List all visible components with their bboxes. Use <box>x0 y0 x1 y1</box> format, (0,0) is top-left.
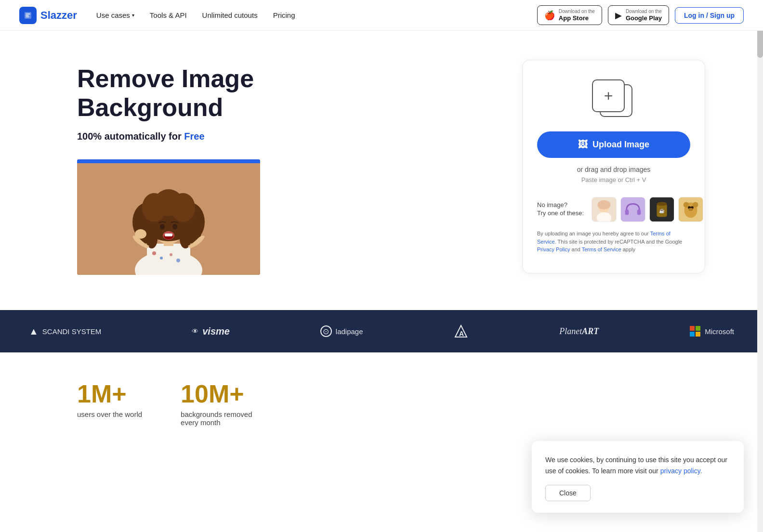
image-icon: 🖼 <box>578 139 588 150</box>
chevron-down-icon: ▾ <box>132 13 134 18</box>
nav-pricing[interactable]: Pricing <box>273 11 295 19</box>
svg-point-29 <box>598 200 611 209</box>
svg-text:A: A <box>459 330 464 337</box>
svg-rect-48 <box>696 326 700 331</box>
svg-point-15 <box>154 189 183 216</box>
upload-image-button[interactable]: 🖼 Upload Image <box>537 131 690 158</box>
sample-thumb-teddy-bear[interactable] <box>678 197 703 222</box>
svg-point-4 <box>152 251 156 255</box>
upload-card: + 🖼 Upload Image or drag and drop images… <box>522 60 705 273</box>
login-signup-button[interactable]: Log in / Sign up <box>675 7 744 24</box>
svg-point-20 <box>160 224 165 230</box>
stat-users-label: users over the world <box>77 410 142 418</box>
svg-point-44 <box>688 208 693 211</box>
svg-rect-30 <box>621 197 645 221</box>
svg-rect-32 <box>637 209 641 215</box>
svg-point-25 <box>135 229 146 239</box>
hero-right: + 🖼 Upload Image or drag and drop images… <box>522 60 705 273</box>
stats-section: 1M+ users over the world 10M+ background… <box>0 352 763 455</box>
upload-icon-area: + <box>592 79 635 118</box>
stat-users-number: 1M+ <box>77 381 142 406</box>
logo-text: Slazzer <box>40 9 77 22</box>
google-play-button[interactable]: ▶ Download on the Google Play <box>608 5 669 25</box>
plus-icon: + <box>604 88 613 104</box>
brand-visme: 👁 visme <box>192 326 230 337</box>
upload-icon-front: + <box>592 79 625 112</box>
brand-a: A <box>453 324 469 339</box>
svg-rect-31 <box>625 209 629 215</box>
svg-point-35 <box>657 202 667 206</box>
brand-ladipage: ⊙ ladipage <box>320 325 363 337</box>
sample-thumb-headphones[interactable] <box>620 197 645 222</box>
app-store-button[interactable]: 🍎 Download on the App Store <box>537 5 602 25</box>
navbar: Slazzer Use cases ▾ Tools & API Unlimite… <box>0 0 763 31</box>
brands-bar: ▲ SCANDI SYSTEM 👁 visme ⊙ ladipage A Pla… <box>0 310 763 352</box>
privacy-policy-link[interactable]: Privacy Policy <box>537 247 570 252</box>
logo-icon <box>19 7 37 24</box>
apple-icon: 🍎 <box>544 10 555 21</box>
microsoft-icon <box>689 325 701 337</box>
triangle-icon: ▲ <box>29 326 39 337</box>
paste-text: Paste image or Ctrl + V <box>581 176 646 183</box>
sample-images-row: No image? Try one of these: <box>537 197 690 222</box>
cookie-text: We use cookies, by continuing to use thi… <box>545 454 730 455</box>
scrollbar[interactable] <box>757 0 763 455</box>
person-svg <box>77 159 260 275</box>
nav-unlimited-cutouts[interactable]: Unlimited cutouts <box>202 11 258 19</box>
sample-thumb-coffee[interactable]: ☕ <box>649 197 674 222</box>
svg-text:☕: ☕ <box>659 208 665 214</box>
svg-point-41 <box>693 202 698 208</box>
svg-point-40 <box>684 202 689 208</box>
svg-rect-50 <box>696 332 700 337</box>
sample-label: No image? Try one of these: <box>537 201 584 218</box>
drag-drop-text: or drag and drop images <box>577 166 651 173</box>
svg-point-7 <box>176 259 180 262</box>
svg-rect-47 <box>690 326 695 331</box>
nav-use-cases[interactable]: Use cases ▾ <box>96 11 134 19</box>
nav-links: Use cases ▾ Tools & API Unlimited cutout… <box>96 11 537 19</box>
cookie-banner: We use cookies, by continuing to use thi… <box>532 441 744 455</box>
nav-right: 🍎 Download on the App Store ▶ Download o… <box>537 5 744 25</box>
stat-backgrounds-number: 10M+ <box>181 381 252 406</box>
brand-a-icon: A <box>453 324 469 339</box>
hero-left: Remove Image Background 100% automatical… <box>77 60 484 275</box>
sample-thumbs: ☕ <box>592 197 703 222</box>
brand-scandi-system: ▲ SCANDI SYSTEM <box>29 326 101 337</box>
hero-demo-image <box>77 159 260 275</box>
svg-point-5 <box>160 257 163 260</box>
svg-point-6 <box>170 253 172 256</box>
svg-rect-1 <box>77 159 260 163</box>
terms-of-service-link-2[interactable]: Terms of Service <box>582 247 621 252</box>
stat-backgrounds-label: backgrounds removedevery month <box>181 410 252 427</box>
svg-rect-24 <box>165 234 172 236</box>
stat-backgrounds: 10M+ backgrounds removedevery month <box>181 381 252 427</box>
google-play-icon: ▶ <box>615 10 622 21</box>
nav-tools-api[interactable]: Tools & API <box>150 11 187 19</box>
hero-subtitle: 100% automatically for Free <box>77 131 484 142</box>
svg-point-21 <box>172 224 177 230</box>
stat-users: 1M+ users over the world <box>77 381 142 427</box>
brand-microsoft: Microsoft <box>689 325 734 337</box>
hero-title: Remove Image Background <box>77 65 484 122</box>
brand-planetart: PlanetART <box>559 326 599 337</box>
logo-link[interactable]: Slazzer <box>19 7 77 24</box>
svg-rect-3 <box>147 244 190 275</box>
svg-rect-49 <box>690 332 695 337</box>
hero-section: Remove Image Background 100% automatical… <box>0 31 763 310</box>
sample-thumb-baby[interactable] <box>592 197 617 222</box>
legal-text: By uploading an image you hereby agree t… <box>537 230 690 254</box>
